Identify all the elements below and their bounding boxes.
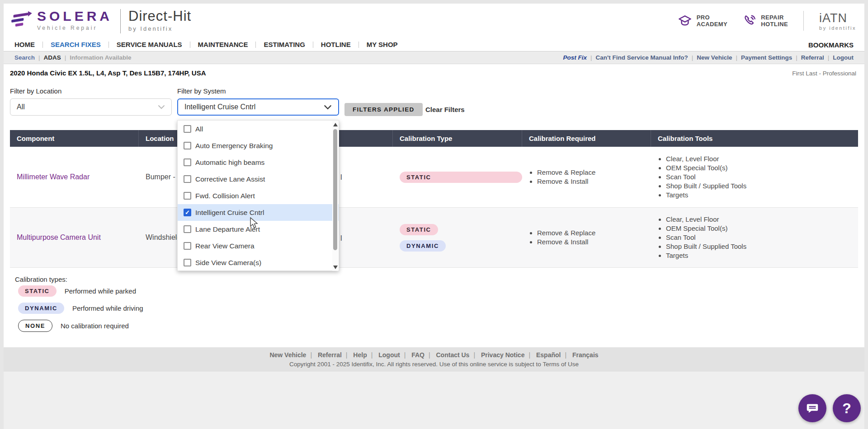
footer-francais[interactable]: Français [572,351,599,359]
checkbox-unchecked[interactable] [184,142,191,149]
checkbox-unchecked[interactable] [184,175,191,183]
question-mark-icon: ? [842,400,851,417]
logo-divider [120,9,121,33]
calibration-tool-item: Scan Tool [666,173,858,182]
dropdown-item-label: Corrective Lane Assist [195,175,265,183]
dropdown-item-rear-view-camera[interactable]: Rear View Camera [178,238,339,254]
covered-text-fragment: l [340,234,342,242]
subnav-new-vehicle[interactable]: New Vehicle [697,54,732,61]
dropdown-item-auto-emergency-braking[interactable]: Auto Emergency Braking [178,137,339,154]
nav-item-maintenance[interactable]: MAINTENANCE [198,41,248,48]
subnav-referral[interactable]: Referral [801,54,824,61]
dropdown-item-corrective-lane-assist[interactable]: Corrective Lane Assist [178,171,339,187]
dropdown-item-fwd-collision-alert[interactable]: Fwd. Collision Alert [178,187,339,204]
table-header-row: Component Location Calibration Type Cali… [10,130,858,147]
adas-results-table: Component Location Calibration Type Cali… [10,130,858,268]
subnav-cant-find-info[interactable]: Can't Find Service Manual Info? [596,54,688,61]
component-link-millimeter-wave-radar[interactable]: Millimeter Wave Radar [17,173,139,181]
dropdown-item-label: Side View Camera(s) [195,259,261,267]
scroll-up-arrow-icon[interactable] [333,123,338,126]
table-row: Multipurpose Camera Unit Windshield STAT… [10,208,858,268]
footer-new-vehicle[interactable]: New Vehicle [269,351,306,359]
clear-filters-button[interactable]: Clear Filters [425,106,465,113]
iatn-name: iATN [819,11,856,25]
checkbox-checked[interactable]: ✓ [184,209,191,216]
brand-subtitle: Vehicle Repair [37,25,113,31]
calibration-tool-item: OEM Special Tool(s) [666,224,858,233]
product-subtitle: by Identifix [128,25,191,32]
calibration-tool-item: Targets [666,191,858,200]
subnav-information-available[interactable]: Information Available [70,54,131,61]
below-footer-area [4,372,864,429]
calibration-required-item: Remove & Replace [537,168,651,177]
nav-item-estimating[interactable]: ESTIMATING [264,41,305,48]
scroll-down-arrow-icon[interactable] [333,266,338,269]
dropdown-item-all[interactable]: All [178,121,339,137]
dropdown-item-label: All [195,125,203,133]
location-select[interactable]: All [10,98,172,116]
nav-item-search-fixes[interactable]: SEARCH FIXES [51,41,101,48]
footer-privacy-notice[interactable]: Privacy Notice [481,351,525,359]
scrollbar-thumb[interactable] [333,129,337,250]
filter-system-label: Filter by System [177,87,226,95]
footer-contact-us[interactable]: Contact Us [436,351,470,359]
col-header-component: Component [10,130,139,147]
subnav-adas[interactable]: ADAS [44,54,61,61]
checkbox-unchecked[interactable] [184,192,191,200]
location-select-value: All [17,103,25,111]
sub-nav: Search | ADAS | Information Available Po… [4,51,864,64]
subnav-payment-settings[interactable]: Payment Settings [741,54,792,61]
calibration-required-item: Remove & Install [537,177,651,186]
dropdown-item-label: Fwd. Collision Alert [195,192,255,200]
dropdown-item-side-view-cameras[interactable]: Side View Camera(s) [178,254,339,271]
subnav-search[interactable]: Search [14,54,35,61]
chat-button[interactable] [798,394,826,422]
nav-item-service-manuals[interactable]: SERVICE MANUALS [117,41,182,48]
footer-referral[interactable]: Referral [318,351,342,359]
checkbox-unchecked[interactable] [184,125,191,133]
calibration-tool-item: OEM Special Tool(s) [666,163,858,173]
checkbox-unchecked[interactable] [184,159,191,166]
solera-arrow-icon [10,8,33,32]
pro-academy-link[interactable]: PRO ACADEMY [678,14,728,28]
dropdown-scrollbar[interactable] [332,121,338,271]
nav-item-hotline[interactable]: HOTLINE [321,41,351,48]
footer-copyright: Copyright 2001 - 2025 Identifix, Inc. Al… [4,361,864,368]
checkbox-unchecked[interactable] [184,225,191,233]
system-select[interactable]: Intelligent Cruise Cntrl [177,98,339,116]
nav-item-home[interactable]: HOME [14,41,35,48]
dropdown-item-automatic-high-beams[interactable]: Automatic high beams [178,154,339,171]
component-link-multipurpose-camera-unit[interactable]: Multipurpose Camera Unit [17,233,139,242]
col-header-calibration-tools: Calibration Tools [651,130,858,147]
static-badge: STATIC [400,224,438,235]
product-name: Direct-Hit [128,8,191,24]
chat-bubble-icon [806,401,819,415]
quicklink-divider [803,11,804,31]
brand-name: SOLERA [37,9,113,24]
footer-help[interactable]: Help [353,351,367,359]
calibration-tool-item: Clear, Level Floor [666,215,858,224]
chevron-down-icon [158,105,165,109]
nav-item-my-shop[interactable]: MY SHOP [367,41,398,48]
solera-logo[interactable]: SOLERA Vehicle Repair [10,8,113,32]
iatn-link[interactable]: iATN by identifix [819,11,856,31]
nav-item-bookmarks[interactable]: BOOKMARKS [808,41,854,49]
static-badge: STATIC [18,285,57,297]
footer-faq[interactable]: FAQ [411,351,425,359]
repair-hotline-link[interactable]: REPAIR HOTLINE [743,14,788,28]
help-button[interactable]: ? [833,394,861,422]
filter-location-label: Filter by Location [10,87,61,95]
legend-static-text: Performed while parked [65,287,136,295]
footer-espanol[interactable]: Español [536,351,561,359]
dropdown-item-label: Automatic high beams [195,159,264,167]
filters-applied-button[interactable]: FILTERS APPLIED [344,103,423,116]
dynamic-badge: DYNAMIC [18,303,64,314]
checkbox-unchecked[interactable] [184,242,191,250]
subnav-post-fix[interactable]: Post Fix [563,54,587,61]
subnav-logout[interactable]: Logout [833,54,854,61]
direct-hit-logo[interactable]: Direct-Hit by Identifix [128,8,191,32]
footer-logout[interactable]: Logout [378,351,400,359]
calibration-tool-item: Shop Built / Supplied Tools [666,182,858,191]
checkbox-unchecked[interactable] [184,259,191,266]
system-dropdown-panel: All Auto Emergency Braking Automatic hig… [177,120,339,271]
